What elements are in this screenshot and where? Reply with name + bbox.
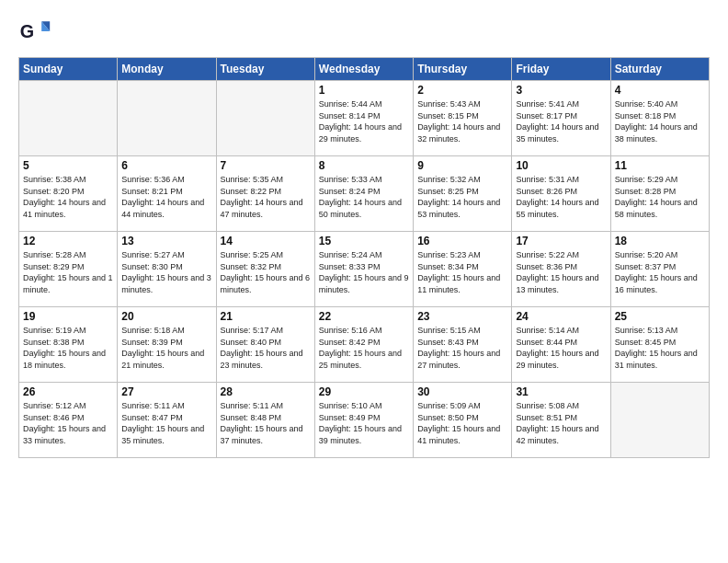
- week-row-5: 26 Sunrise: 5:12 AMSunset: 8:46 PMDaylig…: [19, 383, 710, 458]
- day-info: Sunrise: 5:27 AMSunset: 8:30 PMDaylight:…: [121, 249, 211, 295]
- day-number: 3: [516, 84, 606, 97]
- day-info: Sunrise: 5:33 AMSunset: 8:24 PMDaylight:…: [319, 174, 409, 220]
- calendar-cell: 29 Sunrise: 5:10 AMSunset: 8:49 PMDaylig…: [314, 383, 413, 458]
- calendar-cell: 20 Sunrise: 5:18 AMSunset: 8:39 PMDaylig…: [118, 307, 216, 383]
- week-row-2: 5 Sunrise: 5:38 AMSunset: 8:20 PMDayligh…: [19, 156, 710, 232]
- day-number: 18: [615, 235, 705, 247]
- day-info: Sunrise: 5:08 AMSunset: 8:51 PMDaylight:…: [516, 400, 606, 446]
- calendar-cell: [118, 81, 216, 156]
- day-info: Sunrise: 5:43 AMSunset: 8:15 PMDaylight:…: [417, 98, 507, 144]
- day-info: Sunrise: 5:24 AMSunset: 8:33 PMDaylight:…: [319, 249, 409, 295]
- calendar-cell: 17 Sunrise: 5:22 AMSunset: 8:36 PMDaylig…: [512, 232, 610, 307]
- day-number: 10: [516, 159, 606, 172]
- calendar-cell: 13 Sunrise: 5:27 AMSunset: 8:30 PMDaylig…: [118, 232, 216, 307]
- calendar-cell: 3 Sunrise: 5:41 AMSunset: 8:17 PMDayligh…: [512, 81, 610, 156]
- calendar-cell: 14 Sunrise: 5:25 AMSunset: 8:32 PMDaylig…: [216, 232, 314, 307]
- calendar-cell: 15 Sunrise: 5:24 AMSunset: 8:33 PMDaylig…: [314, 232, 413, 307]
- day-number: 31: [516, 385, 606, 398]
- weekday-header-sunday: Sunday: [19, 58, 118, 81]
- calendar-cell: 4 Sunrise: 5:40 AMSunset: 8:18 PMDayligh…: [610, 81, 709, 156]
- calendar-cell: 16 Sunrise: 5:23 AMSunset: 8:34 PMDaylig…: [414, 232, 512, 307]
- week-row-3: 12 Sunrise: 5:28 AMSunset: 8:29 PMDaylig…: [19, 232, 710, 307]
- day-number: 22: [319, 310, 409, 323]
- day-number: 5: [23, 159, 113, 172]
- day-number: 28: [221, 385, 311, 398]
- day-number: 1: [319, 84, 409, 97]
- calendar-cell: 7 Sunrise: 5:35 AMSunset: 8:22 PMDayligh…: [216, 156, 314, 232]
- day-info: Sunrise: 5:18 AMSunset: 8:39 PMDaylight:…: [121, 325, 211, 371]
- day-number: 17: [516, 235, 606, 247]
- calendar-cell: 25 Sunrise: 5:13 AMSunset: 8:45 PMDaylig…: [610, 307, 709, 383]
- day-info: Sunrise: 5:15 AMSunset: 8:43 PMDaylight:…: [417, 325, 507, 371]
- calendar-cell: 5 Sunrise: 5:38 AMSunset: 8:20 PMDayligh…: [19, 156, 118, 232]
- day-info: Sunrise: 5:20 AMSunset: 8:37 PMDaylight:…: [615, 249, 705, 295]
- day-number: 15: [319, 235, 409, 247]
- day-info: Sunrise: 5:09 AMSunset: 8:50 PMDaylight:…: [417, 400, 507, 446]
- day-number: 4: [615, 84, 705, 97]
- day-info: Sunrise: 5:40 AMSunset: 8:18 PMDaylight:…: [615, 98, 705, 144]
- calendar-cell: 31 Sunrise: 5:08 AMSunset: 8:51 PMDaylig…: [512, 383, 610, 458]
- day-info: Sunrise: 5:17 AMSunset: 8:40 PMDaylight:…: [221, 325, 311, 371]
- calendar-cell: 27 Sunrise: 5:11 AMSunset: 8:47 PMDaylig…: [118, 383, 216, 458]
- calendar-cell: 8 Sunrise: 5:33 AMSunset: 8:24 PMDayligh…: [314, 156, 413, 232]
- day-info: Sunrise: 5:28 AMSunset: 8:29 PMDaylight:…: [23, 249, 113, 295]
- svg-text:G: G: [20, 21, 34, 41]
- weekday-header-monday: Monday: [118, 58, 216, 81]
- weekday-header-thursday: Thursday: [414, 58, 512, 81]
- day-info: Sunrise: 5:29 AMSunset: 8:28 PMDaylight:…: [615, 174, 705, 220]
- calendar-cell: 1 Sunrise: 5:44 AMSunset: 8:14 PMDayligh…: [314, 81, 413, 156]
- calendar-cell: [19, 81, 118, 156]
- calendar-cell: 18 Sunrise: 5:20 AMSunset: 8:37 PMDaylig…: [610, 232, 709, 307]
- day-number: 6: [121, 159, 211, 172]
- calendar-cell: [610, 383, 709, 458]
- page: G SundayMondayTuesdayWednesdayThursdayFr…: [0, 0, 728, 467]
- calendar-cell: 24 Sunrise: 5:14 AMSunset: 8:44 PMDaylig…: [512, 307, 610, 383]
- day-number: 23: [417, 310, 507, 323]
- calendar-cell: 2 Sunrise: 5:43 AMSunset: 8:15 PMDayligh…: [414, 81, 512, 156]
- calendar-table: SundayMondayTuesdayWednesdayThursdayFrid…: [18, 57, 710, 458]
- header: G: [18, 15, 710, 48]
- calendar-cell: 6 Sunrise: 5:36 AMSunset: 8:21 PMDayligh…: [118, 156, 216, 232]
- calendar-cell: 9 Sunrise: 5:32 AMSunset: 8:25 PMDayligh…: [414, 156, 512, 232]
- day-info: Sunrise: 5:41 AMSunset: 8:17 PMDaylight:…: [516, 98, 606, 144]
- day-info: Sunrise: 5:11 AMSunset: 8:48 PMDaylight:…: [221, 400, 311, 446]
- day-number: 9: [417, 159, 507, 172]
- weekday-header-friday: Friday: [512, 58, 610, 81]
- day-number: 7: [221, 159, 311, 172]
- week-row-4: 19 Sunrise: 5:19 AMSunset: 8:38 PMDaylig…: [19, 307, 710, 383]
- day-info: Sunrise: 5:44 AMSunset: 8:14 PMDaylight:…: [319, 98, 409, 144]
- day-info: Sunrise: 5:35 AMSunset: 8:22 PMDaylight:…: [221, 174, 311, 220]
- logo-icon: G: [18, 15, 51, 48]
- calendar-cell: 10 Sunrise: 5:31 AMSunset: 8:26 PMDaylig…: [512, 156, 610, 232]
- day-number: 27: [121, 385, 211, 398]
- calendar-cell: 23 Sunrise: 5:15 AMSunset: 8:43 PMDaylig…: [414, 307, 512, 383]
- day-number: 20: [121, 310, 211, 323]
- calendar-cell: 19 Sunrise: 5:19 AMSunset: 8:38 PMDaylig…: [19, 307, 118, 383]
- weekday-header-saturday: Saturday: [610, 58, 709, 81]
- day-info: Sunrise: 5:10 AMSunset: 8:49 PMDaylight:…: [319, 400, 409, 446]
- day-info: Sunrise: 5:11 AMSunset: 8:47 PMDaylight:…: [121, 400, 211, 446]
- day-info: Sunrise: 5:13 AMSunset: 8:45 PMDaylight:…: [615, 325, 705, 371]
- weekday-header-tuesday: Tuesday: [216, 58, 314, 81]
- day-number: 2: [417, 84, 507, 97]
- day-number: 19: [23, 310, 113, 323]
- day-number: 13: [121, 235, 211, 247]
- weekday-header-row: SundayMondayTuesdayWednesdayThursdayFrid…: [19, 58, 710, 81]
- day-number: 16: [417, 235, 507, 247]
- logo: G: [18, 15, 55, 48]
- day-info: Sunrise: 5:25 AMSunset: 8:32 PMDaylight:…: [221, 249, 311, 295]
- calendar-cell: 26 Sunrise: 5:12 AMSunset: 8:46 PMDaylig…: [19, 383, 118, 458]
- day-number: 14: [221, 235, 311, 247]
- day-number: 8: [319, 159, 409, 172]
- day-info: Sunrise: 5:19 AMSunset: 8:38 PMDaylight:…: [23, 325, 113, 371]
- day-info: Sunrise: 5:32 AMSunset: 8:25 PMDaylight:…: [417, 174, 507, 220]
- day-info: Sunrise: 5:38 AMSunset: 8:20 PMDaylight:…: [23, 174, 113, 220]
- day-number: 30: [417, 385, 507, 398]
- weekday-header-wednesday: Wednesday: [314, 58, 413, 81]
- calendar-cell: 30 Sunrise: 5:09 AMSunset: 8:50 PMDaylig…: [414, 383, 512, 458]
- calendar-cell: 28 Sunrise: 5:11 AMSunset: 8:48 PMDaylig…: [216, 383, 314, 458]
- day-number: 12: [23, 235, 113, 247]
- day-info: Sunrise: 5:36 AMSunset: 8:21 PMDaylight:…: [121, 174, 211, 220]
- calendar-cell: 11 Sunrise: 5:29 AMSunset: 8:28 PMDaylig…: [610, 156, 709, 232]
- day-info: Sunrise: 5:22 AMSunset: 8:36 PMDaylight:…: [516, 249, 606, 295]
